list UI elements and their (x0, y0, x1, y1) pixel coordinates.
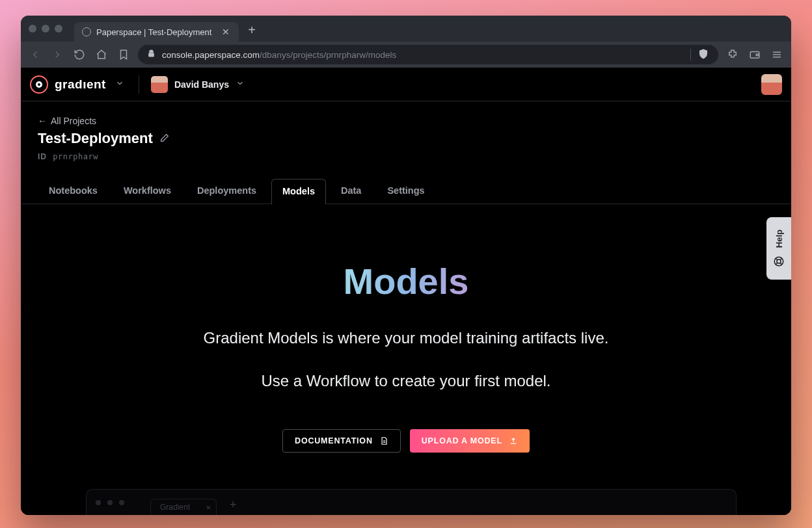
tab-settings[interactable]: Settings (376, 178, 435, 204)
tab-workflows[interactable]: Workflows (113, 178, 182, 204)
window-titlebar: Paperspace | Test-Deployment ✕ + (21, 16, 791, 42)
svg-point-9 (777, 259, 781, 263)
lifebuoy-icon (773, 256, 785, 267)
nav-forward-icon (49, 47, 65, 62)
svg-rect-0 (148, 53, 154, 57)
nav-bookmark-icon[interactable] (116, 47, 131, 62)
tab-title: Paperspace | Test-Deployment (96, 27, 211, 37)
user-name: David Banys (174, 79, 229, 90)
url-path: /dbanys/projects/prnrpharw/models (260, 50, 396, 60)
hero-subtitle-2: Use a Workflow to create your first mode… (60, 372, 752, 390)
extensions-icon[interactable] (725, 47, 740, 62)
hero-subtitle: Gradient Models is where your model trai… (60, 327, 752, 350)
nav-reload-icon[interactable] (72, 47, 87, 62)
upload-model-button[interactable]: UPLOAD A MODEL (410, 429, 530, 453)
main-content: ← All Projects Test-Deployment ID prnrph… (21, 101, 791, 515)
svg-rect-1 (750, 52, 759, 59)
brand-name: gradıent (55, 77, 106, 92)
project-id-label: ID (38, 152, 47, 161)
workspace-chevron-icon[interactable] (115, 79, 127, 90)
brave-shield-icon[interactable] (697, 48, 709, 62)
nav-back-icon (27, 47, 43, 62)
project-header: ← All Projects Test-Deployment ID prnrph… (21, 101, 791, 161)
project-title: Test-Deployment (38, 130, 153, 147)
svg-line-13 (780, 258, 782, 260)
back-to-projects-link[interactable]: ← All Projects (38, 116, 774, 126)
document-icon (379, 436, 388, 445)
cta-row: DOCUMENTATION UPLOAD A MODEL (60, 429, 752, 453)
window-traffic-lights[interactable] (29, 25, 62, 33)
brand-mark-icon (30, 75, 48, 94)
menu-icon[interactable] (769, 47, 785, 62)
svg-line-10 (776, 258, 778, 260)
browser-window: Paperspace | Test-Deployment ✕ + console… (21, 16, 791, 515)
upload-label: UPLOAD A MODEL (422, 436, 502, 445)
edit-project-icon[interactable] (159, 133, 171, 144)
hero-title: Models (344, 260, 469, 302)
app-header: gradıent David Banys (21, 68, 791, 101)
documentation-button[interactable]: DOCUMENTATION (282, 429, 401, 453)
ghost-tab: Gradient × (150, 499, 217, 516)
project-id-value: prnrpharw (53, 152, 98, 161)
tab-data[interactable]: Data (330, 178, 372, 204)
wallet-icon[interactable] (747, 47, 763, 62)
tab-close-button[interactable]: ✕ (221, 27, 231, 37)
chevron-down-icon (236, 79, 247, 90)
browser-tab[interactable]: Paperspace | Test-Deployment ✕ (74, 22, 239, 42)
svg-rect-2 (756, 54, 759, 55)
lock-icon (147, 49, 156, 60)
nav-home-icon[interactable] (94, 47, 109, 62)
browser-toolbar: console.paperspace.com/dbanys/projects/p… (21, 42, 791, 68)
user-mini-avatar (151, 76, 168, 93)
brand-logo[interactable]: gradıent (30, 75, 106, 94)
address-bar[interactable]: console.paperspace.com/dbanys/projects/p… (138, 45, 718, 64)
svg-line-11 (780, 263, 782, 265)
help-side-tab[interactable]: Help (766, 217, 791, 280)
arrow-left-icon: ← (38, 116, 47, 126)
ghost-new-tab-icon: + (230, 498, 237, 512)
svg-line-12 (776, 263, 778, 265)
workspace-switcher[interactable]: David Banys (151, 76, 247, 93)
tab-favicon-icon (82, 27, 91, 36)
documentation-label: DOCUMENTATION (295, 436, 373, 445)
tab-notebooks[interactable]: Notebooks (38, 178, 109, 204)
tab-deployments[interactable]: Deployments (186, 178, 267, 204)
project-tabs: Notebooks Workflows Deployments Models D… (21, 178, 791, 204)
new-tab-button[interactable]: + (248, 23, 256, 38)
ghost-browser-window: Gradient × + (86, 489, 737, 515)
profile-avatar[interactable] (761, 74, 782, 95)
help-label: Help (774, 230, 784, 248)
upload-icon (509, 436, 518, 445)
project-id: ID prnrpharw (38, 152, 774, 161)
empty-state: Models Gradient Models is where your mod… (21, 204, 791, 453)
tab-models[interactable]: Models (271, 179, 326, 204)
url-host: console.paperspace.com (162, 50, 260, 60)
ghost-close-icon: × (206, 503, 211, 512)
back-label: All Projects (51, 116, 96, 126)
